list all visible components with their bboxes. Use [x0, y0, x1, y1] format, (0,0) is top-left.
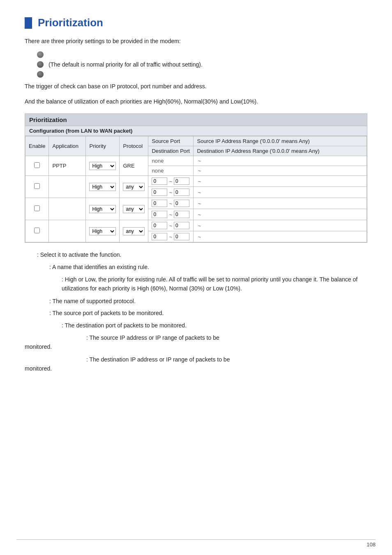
dest-ip-cell-2b: ~	[194, 187, 367, 198]
protocol-cell-1: GRE	[120, 156, 148, 176]
enable-checkbox-2[interactable]	[25, 176, 49, 198]
dest-port-cell-2b: ~	[148, 187, 194, 198]
header-bar-icon	[25, 17, 32, 29]
enable-input-4[interactable]	[34, 228, 40, 233]
th-source-ip: Source IP Address Range ('0.0.0.0' means…	[194, 136, 367, 146]
th-application: Application	[49, 136, 86, 156]
source-port-cell-2a: ~	[148, 176, 194, 187]
page-number: 108	[367, 541, 376, 548]
application-cell-2	[49, 176, 86, 198]
enable-checkbox-3[interactable]	[25, 198, 49, 220]
enable-input-2[interactable]	[34, 183, 40, 189]
desc-dest-ip: : The destination IP address or IP range…	[25, 355, 367, 373]
bullet-icon-1	[37, 51, 44, 58]
source-ip-cell-1a: ~	[194, 156, 367, 166]
page-title: Prioritization	[38, 16, 103, 29]
th-enable: Enable	[25, 136, 49, 156]
source-ip-cell-2a: ~	[194, 176, 367, 187]
trigger-text: The trigger of check can base on IP prot…	[25, 82, 367, 91]
dest-ip-cell-4b: ~	[194, 231, 367, 242]
source-port-cell-3a: ~	[148, 198, 194, 209]
dest-port-input-3b-from[interactable]	[152, 211, 167, 218]
desc-protocol-text: : The name of supported protocol.	[49, 297, 136, 306]
desc-source-port-text: : The source port of packets to be monit…	[49, 309, 164, 318]
section-title: Prioritization	[25, 114, 367, 126]
dest-port-input-2b-from[interactable]	[152, 189, 167, 196]
prioritization-table: Enable Application Priority Protocol Sou…	[25, 136, 367, 242]
bullet-row-3	[37, 71, 367, 78]
bullets-list: (The default is normal priority for all …	[37, 51, 367, 78]
intro-paragraph: There are three priority settings to be …	[25, 37, 367, 46]
desc-dest-port: : The destination port of packets to be …	[62, 321, 367, 331]
table-row: HighNormalLow anyGRETCPUDP ~ ~	[25, 198, 367, 209]
source-ip-cell-3a: ~	[194, 198, 367, 209]
bullet-row-2: (The default is normal priority for all …	[37, 61, 367, 68]
dest-port-input-4b-to[interactable]	[174, 233, 189, 240]
source-ip-cell-4a: ~	[194, 220, 367, 231]
source-port-input-3a-to[interactable]	[174, 200, 189, 207]
enable-input-1[interactable]	[34, 162, 40, 168]
bullet-icon-2	[37, 61, 44, 68]
table-row: HighNormalLow anyGRETCPUDP ~ ~	[25, 176, 367, 187]
priority-cell-4[interactable]: HighNormalLow	[86, 220, 120, 242]
desc-protocol: : The name of supported protocol.	[49, 297, 367, 306]
descriptions-section: : Select it to activate the function. : …	[25, 250, 367, 373]
desc-enable: : Select it to activate the function.	[37, 250, 367, 260]
desc-priority-text: : High or Low, the priority for existing…	[62, 276, 357, 292]
application-cell-4	[49, 220, 86, 242]
desc-dest-ip-cont: monitored.	[25, 365, 52, 372]
desc-priority: : High or Low, the priority for existing…	[62, 275, 367, 293]
source-port-input-2a-to[interactable]	[174, 177, 189, 185]
th-dest-ip: Destination IP Address Range ('0.0.0.0' …	[194, 146, 367, 156]
enable-checkbox-1[interactable]	[25, 156, 49, 176]
source-port-cell-4a: ~	[148, 220, 194, 231]
dest-port-input-3b-to[interactable]	[174, 211, 189, 218]
bullet-row-1	[37, 51, 367, 58]
desc-application: : A name that identifies an existing rul…	[49, 263, 367, 272]
config-subtitle: Configuration (from LAN to WAN packet)	[25, 126, 367, 136]
dest-port-cell-4b: ~	[148, 231, 194, 242]
priority-select-4[interactable]: HighNormalLow	[89, 227, 116, 235]
dest-ip-cell-1b: ~	[194, 166, 367, 176]
application-cell-3	[49, 198, 86, 220]
table-row: PPTP HighNormalLow GRE none ~	[25, 156, 367, 166]
page-footer: 108	[16, 539, 376, 548]
source-port-input-3a-from[interactable]	[152, 200, 167, 207]
desc-source-ip: : The source IP address or IP range of p…	[25, 333, 367, 352]
dest-port-cell-1b: none	[148, 166, 194, 176]
protocol-select-2[interactable]: anyGRETCPUDP	[123, 183, 145, 191]
dest-port-cell-3b: ~	[148, 209, 194, 220]
desc-source-port: : The source port of packets to be monit…	[49, 309, 367, 318]
source-port-cell-1a: none	[148, 156, 194, 166]
source-port-input-4a-from[interactable]	[152, 222, 167, 229]
priority-select-1[interactable]: HighNormalLow	[89, 162, 116, 170]
th-dest-port: Destination Port	[148, 146, 194, 156]
priority-select-3[interactable]: HighNormalLow	[89, 205, 116, 213]
source-port-input-4a-to[interactable]	[174, 222, 189, 229]
protocol-select-3[interactable]: anyGRETCPUDP	[123, 205, 145, 213]
dest-port-input-2b-to[interactable]	[174, 189, 189, 196]
table-row: HighNormalLow anyGRETCPUDP ~ ~	[25, 220, 367, 231]
application-cell-1: PPTP	[49, 156, 86, 176]
dest-port-input-4b-from[interactable]	[152, 233, 167, 240]
source-port-input-2a-from[interactable]	[152, 177, 167, 185]
protocol-cell-4[interactable]: anyGRETCPUDP	[120, 220, 148, 242]
priority-cell-2[interactable]: HighNormalLow	[86, 176, 120, 198]
priority-cell-3[interactable]: HighNormalLow	[86, 198, 120, 220]
desc-application-text: : A name that identifies an existing rul…	[49, 263, 149, 272]
protocol-cell-2[interactable]: anyGRETCPUDP	[120, 176, 148, 198]
page-header: Prioritization	[25, 16, 367, 29]
priority-cell-1[interactable]: HighNormalLow	[86, 156, 120, 176]
bullet-icon-3	[37, 71, 44, 78]
desc-source-ip-cont: monitored.	[25, 343, 52, 350]
desc-dest-port-text: : The destination port of packets to be …	[62, 321, 187, 331]
desc-enable-text: : Select it to activate the function.	[37, 250, 121, 260]
protocol-cell-3[interactable]: anyGRETCPUDP	[120, 198, 148, 220]
th-priority: Priority	[86, 136, 120, 156]
enable-input-3[interactable]	[34, 205, 40, 211]
protocol-select-4[interactable]: anyGRETCPUDP	[123, 227, 145, 235]
th-protocol: Protocol	[120, 136, 148, 156]
th-source-port: Source Port	[148, 136, 194, 146]
priority-select-2[interactable]: HighNormalLow	[89, 183, 116, 191]
enable-checkbox-4[interactable]	[25, 220, 49, 242]
